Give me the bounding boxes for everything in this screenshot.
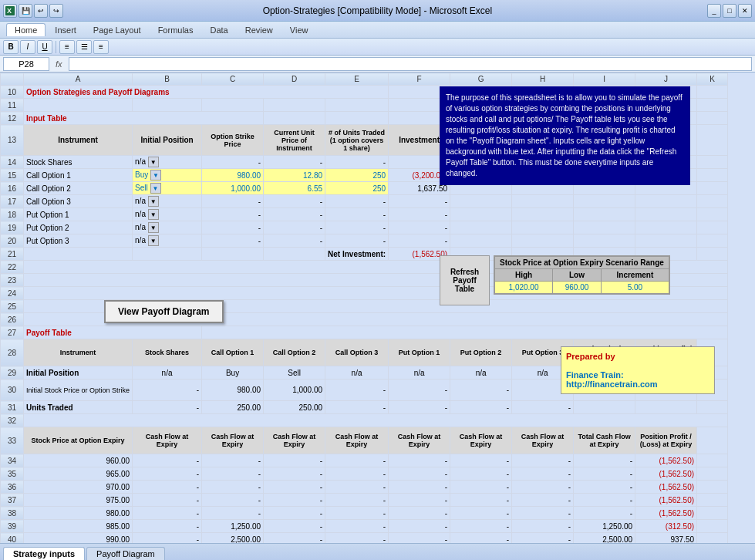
row-hdr-17[interactable]: 17 bbox=[1, 195, 24, 208]
r18-pos-dropdown[interactable]: ▼ bbox=[148, 209, 159, 220]
r17c12 bbox=[697, 195, 728, 208]
r30-p1: - bbox=[389, 380, 450, 401]
r16-strike[interactable]: 1,000.00 bbox=[202, 182, 264, 195]
r19-units: - bbox=[325, 221, 389, 234]
r31-c2: 250.00 bbox=[264, 401, 325, 414]
col-header-c[interactable]: C bbox=[202, 73, 264, 86]
r30-p2: - bbox=[450, 380, 512, 401]
tab-strategy-inputs[interactable]: Strategy inputs bbox=[3, 547, 85, 560]
r19-investment: - bbox=[389, 221, 450, 234]
italic-btn[interactable]: I bbox=[20, 40, 35, 54]
r18-instrument: Put Option 1 bbox=[24, 208, 133, 221]
underline-btn[interactable]: U bbox=[37, 40, 52, 54]
r31-c3: - bbox=[325, 401, 389, 414]
r21c12 bbox=[697, 248, 728, 261]
c2-34: - bbox=[264, 454, 325, 467]
row-hdr-21[interactable]: 21 bbox=[1, 248, 24, 261]
r19-pos-val: n/a bbox=[135, 223, 146, 231]
r17-pos-dropdown[interactable]: ▼ bbox=[148, 196, 159, 207]
r19-position: n/a ▼ bbox=[133, 221, 202, 234]
sh-c2: Cash Flow at Expiry bbox=[202, 427, 264, 454]
tab-data[interactable]: Data bbox=[202, 24, 235, 36]
r19-pos-dropdown[interactable]: ▼ bbox=[148, 222, 159, 233]
r16-units[interactable]: 250 bbox=[325, 182, 389, 195]
tab-page-layout[interactable]: Page Layout bbox=[86, 24, 149, 36]
r11c2 bbox=[133, 99, 202, 112]
close-btn[interactable]: ✕ bbox=[738, 4, 752, 18]
minimize-btn[interactable]: _ bbox=[707, 4, 721, 18]
r20-pos-dropdown[interactable]: ▼ bbox=[148, 235, 159, 246]
scenario-val-high[interactable]: 1,020.00 bbox=[495, 282, 553, 294]
scenario-title: Stock Price at Option Expiry Scenario Ra… bbox=[495, 257, 669, 269]
col-header-j[interactable]: J bbox=[635, 73, 697, 86]
maximize-btn[interactable]: □ bbox=[723, 4, 736, 18]
r29-c1: Buy bbox=[202, 366, 264, 380]
row-hdr-10[interactable]: 10 bbox=[1, 86, 24, 99]
r11c1 bbox=[24, 99, 133, 112]
col-header-k[interactable]: K bbox=[697, 73, 728, 86]
formula-input[interactable] bbox=[69, 57, 752, 71]
cell-ref-input[interactable] bbox=[3, 57, 49, 71]
row-hdr-16[interactable]: 16 bbox=[1, 182, 24, 195]
col-header-f[interactable]: F bbox=[389, 73, 450, 86]
r14-instrument: Stock Shares bbox=[24, 156, 133, 169]
fx-label: fx bbox=[52, 59, 66, 69]
row-hdr-19[interactable]: 19 bbox=[1, 221, 24, 234]
r15-units[interactable]: 250 bbox=[325, 169, 389, 182]
sheet-body[interactable]: A B C D E F G H I J K 10 Option Strateg bbox=[0, 73, 755, 543]
col-header-i[interactable]: I bbox=[574, 73, 635, 86]
col-header-a[interactable]: A bbox=[24, 73, 133, 86]
save-icon[interactable]: 💾 bbox=[19, 4, 32, 18]
r17c9 bbox=[512, 195, 574, 208]
r15-position: Buy ▼ bbox=[133, 169, 202, 182]
redo-icon[interactable]: ↪ bbox=[49, 4, 63, 18]
r30-stock: - bbox=[133, 380, 202, 401]
row-17: 17 Call Option 3 n/a ▼ - - - - bbox=[1, 195, 728, 208]
r14-pos-dropdown[interactable]: ▼ bbox=[148, 157, 159, 167]
r16-position: Sell ▼ bbox=[133, 182, 202, 195]
tab-view[interactable]: View bbox=[282, 24, 316, 36]
row-hdr-13[interactable]: 13 bbox=[1, 125, 24, 156]
excel-icon[interactable]: X bbox=[3, 4, 17, 18]
sh-profit: Position Profit / (Loss) at Expiry bbox=[635, 427, 697, 454]
row-hdr-11[interactable]: 11 bbox=[1, 99, 24, 112]
col-header-h[interactable]: H bbox=[512, 73, 574, 86]
ph-p1: Put Option 1 bbox=[389, 339, 450, 366]
row-33: 33 Stock Price at Option Expiry Cash Flo… bbox=[1, 427, 728, 454]
row-hdr-12[interactable]: 12 bbox=[1, 112, 24, 125]
r20c8 bbox=[450, 234, 512, 248]
undo-icon[interactable]: ↩ bbox=[34, 4, 48, 18]
tab-home[interactable]: Home bbox=[6, 23, 46, 36]
align-center-btn[interactable]: ☰ bbox=[76, 40, 92, 54]
tab-formulas[interactable]: Formulas bbox=[150, 24, 201, 36]
r15-pos-dropdown[interactable]: ▼ bbox=[150, 170, 161, 180]
tab-insert[interactable]: Insert bbox=[47, 24, 84, 36]
view-payoff-diagram-button[interactable]: View Payoff Diagram bbox=[104, 300, 224, 323]
col-header-g[interactable]: G bbox=[450, 73, 512, 86]
row-38: 38 980.00 - - - - - - - - (1,562.50) bbox=[1, 507, 728, 520]
tab-payoff-diagram[interactable]: Payoff Diagram bbox=[86, 547, 165, 560]
r19-strike: - bbox=[202, 221, 264, 234]
align-right-btn[interactable]: ≡ bbox=[93, 40, 109, 54]
sh-total: Total Cash Flow at Expiry bbox=[574, 427, 635, 454]
row-hdr-15[interactable]: 15 bbox=[1, 169, 24, 182]
row-hdr-18[interactable]: 18 bbox=[1, 208, 24, 221]
r15-price[interactable]: 12.80 bbox=[264, 169, 325, 182]
row-hdr-14[interactable]: 14 bbox=[1, 156, 24, 169]
r15-strike[interactable]: 980.00 bbox=[202, 169, 264, 182]
col-header-b[interactable]: B bbox=[133, 73, 202, 86]
tab-review[interactable]: Review bbox=[238, 24, 281, 36]
refresh-payoff-button[interactable]: Refresh Payoff Table bbox=[440, 255, 490, 305]
col-header-d[interactable]: D bbox=[264, 73, 325, 86]
row-hdr-20[interactable]: 20 bbox=[1, 234, 24, 248]
align-left-btn[interactable]: ≡ bbox=[59, 40, 75, 54]
scenario-val-inc[interactable]: 5.00 bbox=[602, 282, 669, 294]
r17-strike: - bbox=[202, 195, 264, 208]
col-header-e[interactable]: E bbox=[325, 73, 389, 86]
r16-pos-dropdown[interactable]: ▼ bbox=[150, 183, 161, 194]
bold-btn[interactable]: B bbox=[3, 40, 19, 54]
sc-34: - bbox=[133, 454, 202, 467]
scenario-val-low[interactable]: 960.00 bbox=[553, 282, 602, 294]
ph-stock: Stock Shares bbox=[133, 339, 202, 366]
r16-price[interactable]: 6.55 bbox=[264, 182, 325, 195]
